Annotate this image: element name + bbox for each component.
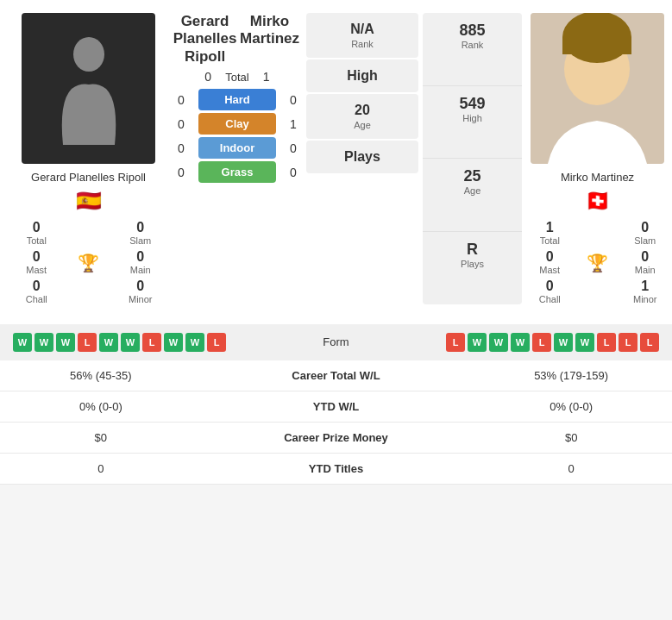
right-player-photo	[531, 13, 664, 164]
right-player-image	[531, 13, 664, 164]
plays-box: Plays	[306, 141, 418, 173]
stat-center-label: Career Prize Money	[202, 422, 471, 453]
left-stat-slam: 0 Slam	[113, 220, 169, 246]
stat-left-val: 0	[0, 453, 202, 484]
form-badge-w: W	[185, 333, 204, 352]
right-trophy-icon: 🏆	[581, 249, 615, 275]
stat-right-val: 0	[470, 453, 672, 484]
right-stat-slam: 0 Slam	[622, 220, 669, 246]
left-player-flag: 🇪🇸	[76, 189, 102, 213]
form-badge-w: W	[13, 333, 32, 352]
right-plays-item: R Plays	[423, 232, 522, 304]
stat-center-label: YTD Titles	[202, 453, 471, 484]
form-label: Form	[323, 335, 349, 348]
left-stat-total: 0 Total	[9, 220, 65, 246]
form-badge-w: W	[468, 333, 487, 352]
left-player-name: Gerard Planelles Ripoll	[31, 171, 146, 185]
stat-left-val: $0	[0, 422, 202, 453]
right-stat-minor: 1 Minor	[622, 279, 669, 304]
stats-table: 56% (45-35) Career Total W/L 53% (179-15…	[0, 360, 672, 485]
surface-grass-btn: Grass	[198, 161, 276, 183]
form-badge-w: W	[121, 333, 140, 352]
right-player-name: Mirko Martinez	[561, 171, 634, 185]
stat-left-val: 0% (0-0)	[0, 391, 202, 422]
right-stat-main: 0 Main	[622, 249, 669, 275]
right-stat-chall: 0 Chall	[526, 279, 574, 304]
form-badge-w: W	[575, 333, 594, 352]
form-badge-l: L	[446, 333, 465, 352]
right-stats-box: 885 Rank 549 High 25 Age R Plays	[423, 13, 522, 304]
score-row-clay: 0 Clay 1	[173, 113, 302, 135]
left-stat-main: 0 Main	[113, 249, 169, 275]
right-center-name: Mirko Martinez	[237, 13, 302, 66]
form-badge-w: W	[35, 333, 53, 352]
comparison-section: Gerard Planelles Ripoll 🇪🇸 0 Total 0 Sla…	[0, 0, 672, 317]
form-row: WWWLWWLWWL Form LWWWLWWLLL	[13, 333, 659, 352]
stat-right-val: 0% (0-0)	[470, 391, 672, 422]
right-form-badges: LWWWLWWLLL	[446, 333, 659, 352]
left-player-stats: 0 Total 0 Slam 0 Mast 🏆 0 Main	[9, 220, 168, 304]
stat-right-val: $0	[470, 422, 672, 453]
form-badge-l: L	[78, 333, 97, 352]
stats-row: 0% (0-0) YTD W/L 0% (0-0)	[0, 391, 672, 422]
surface-hard-btn: Hard	[198, 89, 276, 110]
right-stat-total: 1 Total	[526, 220, 574, 246]
form-badge-w: W	[56, 333, 75, 352]
rank-box: N/A Rank	[306, 13, 418, 58]
form-badge-w: W	[164, 333, 183, 352]
score-row-grass: 0 Grass 0	[173, 161, 302, 183]
stat-center-label: Career Total W/L	[202, 360, 471, 391]
score-row-indoor: 0 Indoor 0	[173, 137, 302, 159]
left-info-boxes: N/A Rank High 20 Age Plays	[306, 13, 418, 304]
left-stat-chall: 0 Chall	[9, 279, 65, 304]
left-stat-mast: 0 Mast	[9, 249, 65, 275]
names-and-scores: Gerard Planelles Ripoll Mirko Martinez 0…	[173, 13, 302, 304]
top-names: Gerard Planelles Ripoll Mirko Martinez	[173, 13, 302, 66]
form-badge-l: L	[207, 333, 226, 352]
left-stat-minor: 0 Minor	[113, 279, 169, 304]
score-row-hard: 0 Hard 0	[173, 89, 302, 110]
left-player-photo	[22, 13, 155, 164]
form-badge-l: L	[619, 333, 637, 352]
svg-point-0	[73, 37, 104, 72]
stat-center-label: YTD W/L	[202, 391, 471, 422]
left-center-name: Gerard Planelles Ripoll	[173, 13, 237, 66]
right-player-flag: 🇨🇭	[585, 189, 611, 213]
total-row: 0 Total 1	[173, 70, 302, 84]
stats-row: 56% (45-35) Career Total W/L 53% (179-15…	[0, 360, 672, 391]
stats-row: $0 Career Prize Money $0	[0, 422, 672, 453]
right-rank-item: 885 Rank	[423, 13, 522, 86]
stat-left-val: 56% (45-35)	[0, 360, 202, 391]
left-player-silhouette	[50, 33, 128, 145]
left-form-badges: WWWLWWLWWL	[13, 333, 226, 352]
age-box: 20 Age	[306, 94, 418, 139]
stats-row: 0 YTD Titles 0	[0, 453, 672, 484]
high-box: High	[306, 59, 418, 92]
left-trophy-icon: 🏆	[72, 249, 106, 275]
form-badge-l: L	[532, 333, 551, 352]
form-badge-w: W	[489, 333, 508, 352]
form-badge-w: W	[511, 333, 530, 352]
form-section: WWWLWWLWWL Form LWWWLWWLLL	[0, 324, 672, 360]
right-high-item: 549 High	[423, 86, 522, 160]
form-badge-l: L	[142, 333, 161, 352]
scores-area: 0 Hard 0 0 Clay 1 0 Indoor 0 0 Grass	[173, 89, 302, 183]
form-badge-l: L	[640, 333, 659, 352]
form-badge-l: L	[597, 333, 616, 352]
right-stat-mast: 0 Mast	[526, 249, 574, 275]
main-container: Gerard Planelles Ripoll 🇪🇸 0 Total 0 Sla…	[0, 0, 672, 485]
stat-right-val: 53% (179-159)	[470, 360, 672, 391]
right-player-card: Mirko Martinez 🇨🇭 1 Total 0 Slam 0 Mast …	[526, 13, 669, 304]
form-badge-w: W	[99, 333, 118, 352]
form-badge-w: W	[554, 333, 573, 352]
surface-clay-btn: Clay	[198, 113, 276, 135]
svg-rect-4	[562, 37, 631, 54]
surface-indoor-btn: Indoor	[198, 137, 276, 159]
right-player-stats: 1 Total 0 Slam 0 Mast 🏆 0 Main	[526, 220, 669, 304]
right-age-item: 25 Age	[423, 159, 522, 232]
left-player-card: Gerard Planelles Ripoll 🇪🇸 0 Total 0 Sla…	[9, 13, 168, 304]
